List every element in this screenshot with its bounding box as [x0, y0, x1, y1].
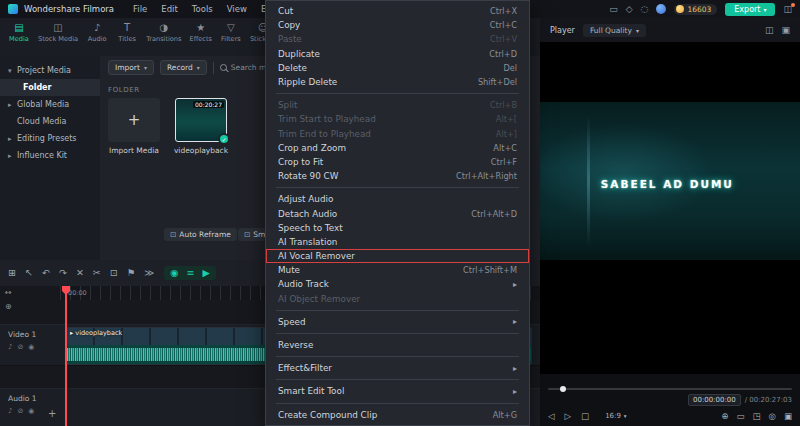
- menu-view[interactable]: View: [220, 4, 254, 14]
- more-tools-icon[interactable]: ≫: [144, 268, 154, 278]
- nav-item-project-media[interactable]: ▾Project Media: [0, 62, 100, 79]
- pip-icon[interactable]: ◳: [753, 412, 761, 421]
- nav-item-cloud-media[interactable]: Cloud Media: [0, 113, 100, 130]
- pan-mode-icon[interactable]: ↔: [5, 289, 12, 297]
- nav-item-influence-kit[interactable]: ▸Influence Kit: [0, 147, 100, 164]
- menu-item-copy[interactable]: CopyCtrl+C: [266, 18, 529, 32]
- preview-stage[interactable]: SABEEL AD DUMU: [540, 42, 800, 374]
- media-bin-icon[interactable]: ⊞: [8, 268, 16, 278]
- ratio-dropdown[interactable]: 16:9 ▾: [605, 412, 627, 420]
- fit-screen-icon[interactable]: ▭: [736, 412, 744, 421]
- tab-media[interactable]: ▤Media: [4, 23, 34, 43]
- menu-item-smart-edit-tool[interactable]: Smart Edit Tool▸: [266, 384, 529, 398]
- menu-item-rotate-90-cw[interactable]: Rotate 90 CWCtrl+Alt+Right: [266, 169, 529, 183]
- play-icon[interactable]: ▷: [565, 412, 572, 421]
- record-button[interactable]: Record ▾: [160, 60, 207, 75]
- tab-effects[interactable]: ★Effects: [185, 23, 215, 43]
- track-visibility-icon[interactable]: ◉: [28, 344, 34, 351]
- tab-label: Media: [9, 35, 29, 43]
- menu-item-delete[interactable]: DeleteDel: [266, 61, 529, 75]
- menu-item-reverse[interactable]: Reverse: [266, 338, 529, 352]
- workspace-layout-icon[interactable]: ◫: [783, 5, 792, 14]
- quality-dropdown[interactable]: Full Quality ▾: [583, 24, 646, 37]
- add-track-button[interactable]: +: [48, 408, 56, 419]
- render-preview-icon[interactable]: ▶: [203, 268, 210, 278]
- undo-icon[interactable]: ↶: [42, 268, 50, 278]
- seek-bar[interactable]: [548, 386, 792, 392]
- tab-stock-media[interactable]: ◫Stock Media: [34, 23, 82, 43]
- menu-item-label: Crop and Zoom: [278, 143, 346, 153]
- tab-transitions[interactable]: ◑Transitions: [142, 23, 185, 43]
- videoplayback-tile[interactable]: 00:20:27 ✓: [175, 98, 227, 142]
- preview-mode-icon[interactable]: ▣: [781, 26, 790, 35]
- import-button[interactable]: Import ▾: [108, 60, 154, 75]
- auto-reframe-icon: ⊡: [170, 230, 176, 239]
- record-label: Record: [167, 63, 193, 72]
- track-mute-icon[interactable]: ♪: [8, 408, 12, 415]
- track-lock-icon[interactable]: ⊘: [17, 344, 23, 351]
- tab-filters[interactable]: ▽Filters: [216, 23, 246, 43]
- menu-item-duplicate[interactable]: DuplicateCtrl+D: [266, 47, 529, 61]
- menu-item-speed[interactable]: Speed▸: [266, 315, 529, 329]
- menu-item-speech-to-text[interactable]: Speech to Text: [266, 221, 529, 235]
- menu-item-crop-to-fit[interactable]: Crop to FitCtrl+F: [266, 155, 529, 169]
- nav-item-global-media[interactable]: ▸Global Media: [0, 96, 100, 113]
- previous-frame-icon[interactable]: ◁: [548, 412, 555, 421]
- menu-item-label: Smart Edit Tool: [278, 386, 344, 396]
- tab-audio[interactable]: ♪Audio: [82, 23, 112, 43]
- track-mute-icon[interactable]: ♪: [8, 344, 12, 351]
- audio-mixer-icon[interactable]: ≡: [187, 268, 195, 278]
- menu-edit[interactable]: Edit: [154, 4, 184, 14]
- zoom-icon[interactable]: ⊕: [721, 412, 728, 421]
- crop-icon[interactable]: ⊡: [110, 268, 118, 278]
- menu-item-detach-audio[interactable]: Detach AudioCtrl+Alt+D: [266, 206, 529, 220]
- menu-item-ai-translation[interactable]: AI Translation: [266, 235, 529, 249]
- auto-reframe-button[interactable]: ⊡ Auto Reframe: [164, 228, 237, 241]
- voiceover-icon[interactable]: ◇: [626, 5, 633, 14]
- nav-item-editing-presets[interactable]: ▸Editing Presets: [0, 130, 100, 147]
- menu-item-shortcut: Alt+]: [496, 129, 517, 139]
- menu-item-adjust-audio[interactable]: Adjust Audio: [266, 192, 529, 206]
- nav-item-folder[interactable]: Folder: [0, 79, 100, 96]
- playhead[interactable]: [65, 286, 67, 426]
- menu-item-shortcut: Ctrl+Alt+Right: [456, 171, 517, 181]
- coin-badge[interactable]: 16603: [674, 4, 717, 15]
- menu-item-audio-track[interactable]: Audio Track▸: [266, 277, 529, 291]
- voiceover-record-icon[interactable]: ◉: [170, 268, 178, 278]
- tab-label: Stock Media: [38, 35, 78, 43]
- menu-file[interactable]: File: [126, 4, 154, 14]
- display-icon[interactable]: ▭: [609, 5, 618, 14]
- pointer-icon[interactable]: ↖: [25, 268, 33, 278]
- menu-tools[interactable]: Tools: [185, 4, 220, 14]
- notifications-icon[interactable]: ◌: [641, 5, 649, 14]
- fullscreen-icon[interactable]: ▣: [784, 412, 792, 421]
- menu-item-ripple-delete[interactable]: Ripple DeleteShift+Del: [266, 75, 529, 89]
- menu-item-crop-and-zoom[interactable]: Crop and ZoomAlt+C: [266, 141, 529, 155]
- tab-titles[interactable]: TTitles: [112, 23, 142, 43]
- seek-handle[interactable]: [560, 386, 566, 392]
- marker-icon[interactable]: ⚑: [127, 268, 136, 278]
- redo-icon[interactable]: ↷: [59, 268, 67, 278]
- import-media-tile[interactable]: +: [108, 98, 160, 142]
- menu-item-mute[interactable]: MuteCtrl+Shift+M: [266, 263, 529, 277]
- snap-toggle-icon[interactable]: ⊕: [5, 303, 12, 311]
- menu-item-cut[interactable]: CutCtrl+X: [266, 4, 529, 18]
- track-visibility-icon[interactable]: ◉: [28, 408, 34, 415]
- menu-item-create-compound-clip[interactable]: Create Compound ClipAlt+G: [266, 408, 529, 422]
- nav-label: Folder: [23, 83, 51, 92]
- menu-item-ai-vocal-remover[interactable]: AI Vocal Remover: [266, 249, 529, 263]
- menu-item-effect-filter[interactable]: Effect&Filter▸: [266, 361, 529, 375]
- check-icon: ✓: [218, 133, 230, 145]
- menu-item-label: AI Object Remover: [278, 294, 360, 304]
- snapshot-icon[interactable]: ◎: [769, 412, 776, 421]
- avatar[interactable]: [656, 4, 666, 14]
- scissors-icon[interactable]: ✂: [93, 268, 101, 278]
- delete-icon[interactable]: ✕: [76, 268, 84, 278]
- nav-label: Influence Kit: [17, 151, 67, 160]
- chevron-right-icon: ▸: [8, 101, 17, 109]
- dual-preview-icon[interactable]: ◫: [765, 26, 774, 35]
- track-lock-icon[interactable]: ⊘: [17, 408, 23, 415]
- export-button[interactable]: Export ▾: [725, 3, 775, 16]
- timecode-current[interactable]: 00:00:00:00: [688, 394, 741, 406]
- stop-icon[interactable]: □: [581, 412, 589, 421]
